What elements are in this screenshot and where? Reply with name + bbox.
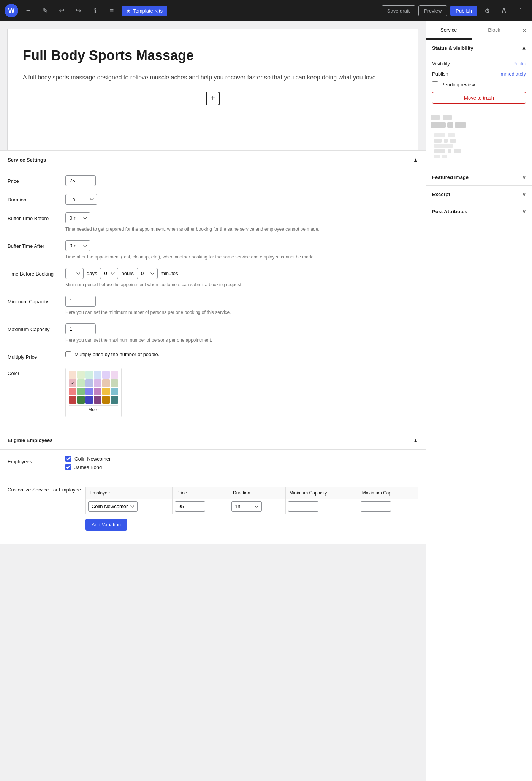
color-swatch-18[interactable] — [111, 388, 118, 395]
excerpt-panel[interactable]: Excerpt ∨ — [426, 186, 532, 203]
color-swatch-8[interactable] — [77, 379, 85, 387]
template-kits-label: Template Kits — [133, 8, 163, 14]
status-visibility-title: Status & visibility — [432, 45, 473, 51]
pending-review-label[interactable]: Pending review — [441, 82, 475, 87]
status-visibility-header[interactable]: Status & visibility ∧ — [426, 40, 532, 56]
add-block-toolbar-button[interactable]: + — [21, 4, 35, 17]
color-swatch-7[interactable]: ✓ — [69, 379, 76, 387]
color-swatch-13[interactable] — [69, 388, 76, 395]
color-swatch-12[interactable] — [111, 379, 118, 387]
settings-gear-button[interactable]: ⚙ — [480, 4, 494, 17]
color-swatch-11[interactable] — [102, 379, 110, 387]
thumb-3 — [431, 122, 446, 128]
color-swatch-4[interactable] — [94, 371, 101, 379]
thumb-2 — [443, 115, 452, 120]
row-min-capacity-input[interactable] — [288, 501, 318, 512]
template-kits-button[interactable]: ★ Template Kits — [122, 6, 167, 16]
tab-service-label: Service — [440, 27, 457, 33]
employee-2-name[interactable]: James Bond — [74, 464, 102, 470]
publish-button[interactable]: Publish — [450, 6, 477, 16]
info-button[interactable]: ℹ — [88, 4, 102, 17]
preview-button[interactable]: Preview — [418, 5, 447, 16]
redo-button[interactable]: ↪ — [71, 4, 85, 17]
wp-logo-text: W — [8, 7, 15, 15]
color-swatch-22[interactable] — [94, 396, 101, 404]
featured-image-title: Featured image — [432, 174, 469, 180]
post-attributes-panel[interactable]: Post Attributes ∨ — [426, 203, 532, 220]
color-swatch-10[interactable] — [94, 379, 101, 387]
max-capacity-input[interactable] — [65, 323, 96, 334]
canvas: Full Body Sports Massage A full body spo… — [8, 29, 418, 150]
color-swatch-20[interactable] — [77, 396, 85, 404]
color-swatch-14[interactable] — [77, 388, 85, 395]
pencil-tool-button[interactable]: ✎ — [38, 4, 52, 17]
wp-logo[interactable]: W — [5, 4, 18, 17]
row-duration-select[interactable]: 15m 30m 45m 1h 1h 30m 2h — [231, 501, 262, 512]
multiply-price-checkbox-label[interactable]: Multiply price by the number of people. — [74, 352, 159, 357]
buffer-before-select[interactable]: 0m 15m 30m 45m 1h — [65, 212, 90, 223]
color-swatch-24[interactable] — [111, 396, 118, 404]
thumb-inner-2 — [448, 133, 455, 137]
featured-image-panel[interactable]: Featured image ∨ — [426, 169, 532, 186]
sidebar-close-button[interactable]: × — [517, 21, 532, 40]
undo-icon: ↩ — [59, 6, 65, 15]
row-price-input[interactable] — [175, 501, 205, 512]
color-swatch-19[interactable] — [69, 396, 76, 404]
thumb-inner-11 — [442, 155, 447, 158]
color-swatch-5[interactable] — [102, 371, 110, 379]
color-swatch-1[interactable] — [69, 371, 76, 379]
color-row-3 — [69, 388, 118, 395]
color-swatch-2[interactable] — [77, 371, 85, 379]
color-swatch-21[interactable] — [86, 396, 93, 404]
color-swatch-23[interactable] — [102, 396, 110, 404]
employee-1-checkbox[interactable] — [65, 456, 71, 462]
add-variation-button[interactable]: Add Variation — [86, 519, 127, 531]
color-swatch-17[interactable] — [102, 388, 110, 395]
publish-value[interactable]: Immediately — [499, 71, 526, 77]
move-to-trash-button[interactable]: Move to trash — [432, 92, 526, 104]
employee-2-checkbox[interactable] — [65, 464, 71, 470]
add-block-canvas-button[interactable]: + — [206, 92, 220, 105]
status-visibility-section: Status & visibility ∧ Visibility Public … — [426, 40, 532, 110]
service-settings-header[interactable]: Service Settings ▲ — [0, 151, 426, 169]
buffer-before-help: Time needed to get prepared for the appo… — [65, 226, 418, 233]
td-employee: Colin Newcomer James Bond — [86, 499, 172, 514]
save-draft-button[interactable]: Save draft — [382, 5, 415, 16]
employee-1-name[interactable]: Colin Newcomer — [74, 456, 111, 462]
more-options-button[interactable]: ⋮ — [514, 4, 527, 17]
duration-select[interactable]: 15m 30m 45m 1h 1h 15m 1h 30m 2h — [65, 194, 97, 205]
color-swatch-16[interactable] — [94, 388, 101, 395]
color-swatch-9[interactable] — [86, 379, 93, 387]
color-swatch-3[interactable] — [86, 371, 93, 379]
color-swatch-6[interactable] — [111, 371, 118, 379]
buffer-after-select[interactable]: 0m 15m 30m 45m 1h — [65, 240, 90, 251]
thumb-inner-row-2 — [434, 139, 524, 143]
eligible-employees-header[interactable]: Eligible Employees ▲ — [0, 431, 426, 450]
multiply-price-checkbox[interactable] — [65, 351, 71, 357]
th-duration: Duration — [229, 487, 285, 499]
row-employee-select[interactable]: Colin Newcomer James Bond — [88, 501, 138, 512]
a-button[interactable]: A — [497, 4, 511, 17]
min-capacity-input[interactable] — [65, 296, 96, 307]
color-more-button[interactable]: More — [69, 405, 118, 414]
color-row-2: ✓ — [69, 379, 118, 387]
days-select[interactable]: 0 1 2 3 — [65, 268, 84, 279]
td-max-capacity — [358, 499, 418, 514]
customize-service-label: Customize Service For Employee — [8, 484, 81, 493]
row-max-capacity-input[interactable] — [361, 501, 391, 512]
post-content[interactable]: A full body sports massage designed to r… — [23, 73, 403, 82]
collapse-icon: ▲ — [413, 157, 418, 163]
hours-select[interactable]: 0 1 2 3 — [100, 268, 118, 279]
undo-button[interactable]: ↩ — [55, 4, 68, 17]
color-swatch-15[interactable] — [86, 388, 93, 395]
list-view-button[interactable]: ≡ — [105, 4, 119, 17]
tab-block[interactable]: Block — [472, 21, 517, 40]
pending-review-checkbox[interactable] — [432, 81, 438, 87]
tab-service[interactable]: Service — [426, 21, 472, 40]
price-input[interactable] — [65, 175, 96, 186]
visibility-value[interactable]: Public — [513, 61, 526, 67]
minutes-select[interactable]: 0 15 30 45 — [137, 268, 158, 279]
post-title[interactable]: Full Body Sports Massage — [23, 47, 403, 63]
buffer-before-row: Buffer Time Before 0m 15m 30m 45m 1h Tim… — [8, 212, 418, 233]
buffer-after-field: 0m 15m 30m 45m 1h Time after the appoint… — [65, 240, 418, 260]
